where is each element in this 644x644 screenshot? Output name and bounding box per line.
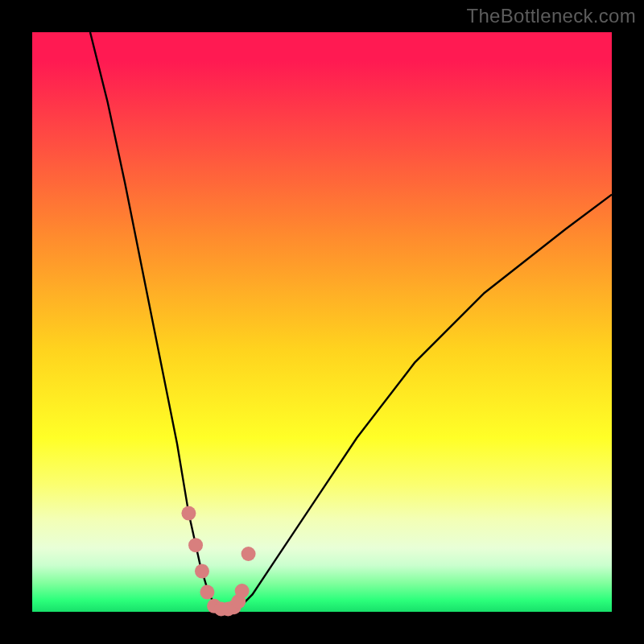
marker-dot (200, 585, 214, 600)
chart-svg (32, 32, 612, 612)
marker-dot (235, 584, 250, 598)
curve-path (90, 32, 612, 609)
plot-area (32, 32, 612, 612)
marker-dot (242, 547, 256, 561)
watermark-text: TheBottleneck.com (466, 5, 636, 27)
bottleneck-curve (90, 32, 612, 609)
highlight-markers (181, 506, 255, 617)
marker-dot (195, 564, 209, 579)
chart-frame: TheBottleneck.com (0, 0, 644, 644)
marker-dot (181, 506, 196, 521)
marker-dot (188, 538, 203, 552)
